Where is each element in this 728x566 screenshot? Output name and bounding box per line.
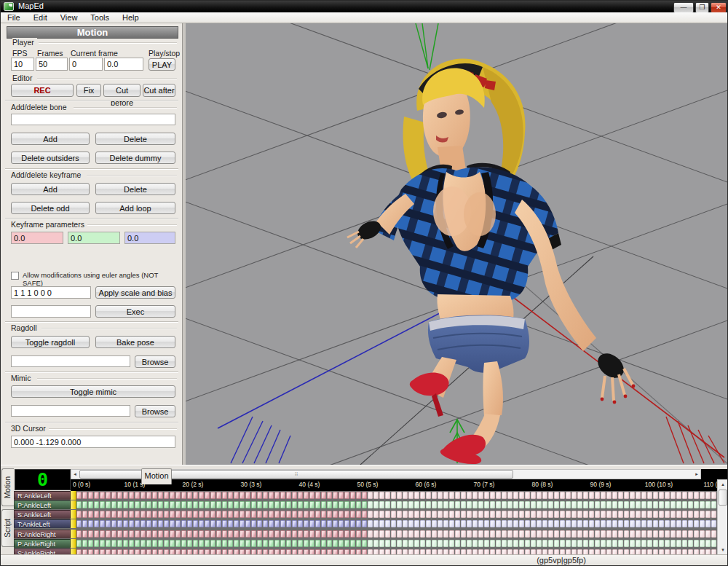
keyframe-cell[interactable]	[496, 530, 501, 538]
keyframe-cell[interactable]	[304, 492, 309, 499]
keyframe-cell[interactable]	[94, 540, 99, 547]
keyframe-cell[interactable]	[274, 501, 280, 508]
keyframe-cell[interactable]	[82, 501, 87, 508]
keyframe-cell[interactable]	[502, 511, 507, 518]
bone-delete-button[interactable]: Delete	[95, 133, 175, 145]
keyframe-cell[interactable]	[339, 492, 344, 499]
keyframe-cell[interactable]	[595, 530, 600, 538]
keyframe-cell[interactable]	[577, 501, 582, 508]
keyframe-cell[interactable]	[379, 530, 384, 538]
keyframe-cell[interactable]	[484, 520, 489, 527]
keyframe-cell[interactable]	[333, 501, 338, 508]
keyframe-cell[interactable]	[333, 530, 338, 538]
keyframe-cell[interactable]	[595, 501, 600, 508]
keyframe-cell[interactable]	[193, 540, 198, 547]
mimic-path-input[interactable]	[11, 405, 130, 417]
keyframe-cell[interactable]	[531, 492, 536, 499]
keyframe-cell[interactable]	[152, 511, 157, 518]
keyframe-cell[interactable]	[141, 540, 146, 547]
keyframe-cell[interactable]	[344, 511, 349, 518]
keyframe-cell[interactable]	[309, 530, 314, 538]
keyframe-cell[interactable]	[356, 492, 361, 499]
keyframe-cell[interactable]	[566, 520, 571, 527]
keyframe-cell[interactable]	[525, 501, 530, 508]
keyframe-cell[interactable]	[641, 520, 646, 527]
keyframe-cell[interactable]	[321, 530, 326, 538]
keyframe-cell[interactable]	[682, 520, 687, 527]
keyframe-cell[interactable]	[647, 501, 652, 508]
keyframe-cell[interactable]	[478, 530, 483, 538]
keyframe-cell[interactable]	[321, 511, 326, 518]
keyframe-cell[interactable]	[333, 520, 338, 527]
keyframe-cell[interactable]	[502, 530, 507, 538]
close-button[interactable]: ✕	[711, 2, 727, 13]
keyframe-cell[interactable]	[583, 530, 588, 538]
keyframe-cell[interactable]	[694, 520, 699, 527]
keyframe-cell[interactable]	[455, 501, 460, 508]
keyframe-cell[interactable]	[490, 540, 495, 547]
keyframe-cell[interactable]	[472, 501, 478, 508]
keyframe-cell[interactable]	[537, 520, 542, 527]
keyframe-cell[interactable]	[298, 511, 303, 518]
keyframe-cell[interactable]	[373, 511, 379, 518]
keyframe-cell[interactable]	[542, 501, 547, 508]
keyframe-cell[interactable]	[694, 511, 699, 518]
keyframe-cell[interactable]	[502, 492, 507, 499]
keyframe-cell[interactable]	[606, 511, 612, 518]
keyframe-cell[interactable]	[199, 520, 204, 527]
keyframe-cell[interactable]	[700, 540, 705, 547]
keyframe-cell[interactable]	[245, 540, 250, 547]
keyframe-cell[interactable]	[502, 540, 507, 547]
keyframe-cell[interactable]	[135, 501, 140, 508]
keyframe-cell[interactable]	[566, 540, 571, 547]
keyframe-cell[interactable]	[461, 530, 466, 538]
keyframe-cell[interactable]	[583, 520, 588, 527]
keyframe-cell[interactable]	[577, 520, 582, 527]
keyframe-cell[interactable]	[111, 511, 116, 518]
keyframe-cell[interactable]	[94, 520, 99, 527]
keyframe-cell[interactable]	[286, 540, 291, 547]
keyframe-cell[interactable]	[525, 530, 530, 538]
current-time-input[interactable]	[104, 58, 143, 71]
keyframe-cell[interactable]	[408, 501, 414, 508]
keyframe-cell[interactable]	[251, 511, 256, 518]
keyframe-cell[interactable]	[175, 520, 181, 527]
keyframe-cell[interactable]	[420, 501, 425, 508]
keyframe-cell[interactable]	[205, 520, 210, 527]
keyframe-cell[interactable]	[222, 530, 227, 538]
vscroll-down-arrow[interactable]: ▾	[719, 546, 727, 554]
keyframe-cell[interactable]	[438, 530, 443, 538]
keyframe-cell[interactable]	[146, 492, 151, 499]
keyframe-cell[interactable]	[82, 530, 87, 538]
keyframe-cell[interactable]	[653, 530, 658, 538]
keyframe-cell[interactable]	[175, 530, 181, 538]
keyframe-cell[interactable]	[292, 530, 297, 538]
keyframe-cell[interactable]	[682, 501, 687, 508]
keyframe-cell[interactable]	[175, 492, 181, 499]
keyframe-cell[interactable]	[426, 520, 431, 527]
keyframe-cell[interactable]	[467, 520, 472, 527]
keyframe-cell[interactable]	[560, 530, 565, 538]
keyframe-cell[interactable]	[694, 540, 699, 547]
keyframe-cell[interactable]	[653, 492, 658, 499]
keyframe-cell[interactable]	[240, 540, 245, 547]
keyframe-cell[interactable]	[670, 511, 676, 518]
keyframe-cell[interactable]	[216, 492, 221, 499]
delete-outsiders-button[interactable]: Delete outsiders	[11, 152, 90, 164]
keyframe-cell[interactable]	[315, 501, 320, 508]
keyframe-cell[interactable]	[484, 511, 489, 518]
keyframe-cell[interactable]	[356, 530, 361, 538]
keyframe-cell[interactable]	[647, 492, 652, 499]
keyframe-cell[interactable]	[298, 501, 303, 508]
keyframe-cell[interactable]	[298, 520, 303, 527]
keyframe-cell[interactable]	[100, 530, 105, 538]
keyframe-cell[interactable]	[222, 492, 227, 499]
keyframe-cell[interactable]	[356, 501, 361, 508]
keyframe-cell[interactable]	[426, 540, 431, 547]
keyframe-cell[interactable]	[443, 492, 448, 499]
keyframe-cell[interactable]	[205, 492, 210, 499]
hscroll-left-arrow[interactable]: ◂	[71, 470, 79, 479]
keyframe-cell[interactable]	[542, 530, 547, 538]
keyframe-cell[interactable]	[123, 492, 128, 499]
keyframe-cell[interactable]	[519, 511, 524, 518]
